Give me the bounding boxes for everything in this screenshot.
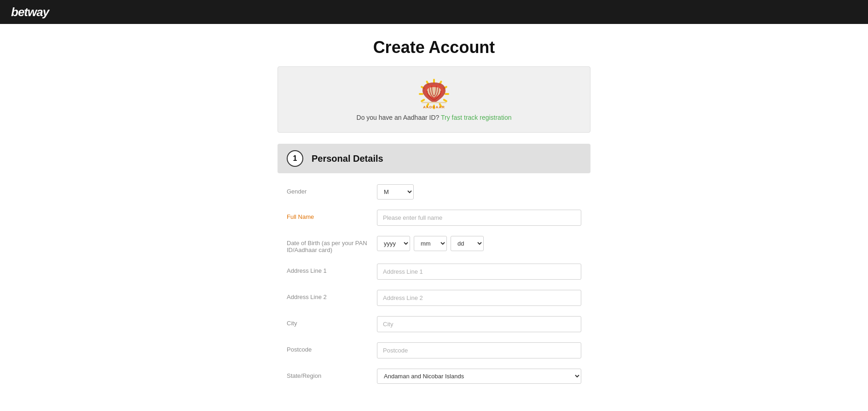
logo: betway bbox=[11, 5, 49, 19]
svg-rect-7 bbox=[443, 99, 448, 102]
svg-rect-6 bbox=[419, 93, 423, 95]
address2-row: Address Line 2 bbox=[287, 290, 581, 306]
city-row: City bbox=[287, 316, 581, 332]
aadhaar-logo: AADHAAR bbox=[289, 78, 579, 110]
personal-details-form: Gender M F Other Full Name Date of Birth… bbox=[278, 184, 590, 384]
section-number: 1 bbox=[287, 150, 303, 167]
content-wrapper: AADHAAR Do you have an Aadhaar ID? Try f… bbox=[278, 66, 590, 384]
address1-label: Address Line 1 bbox=[287, 264, 370, 274]
svg-text:AADHAAR: AADHAAR bbox=[423, 105, 445, 109]
full-name-input[interactable] bbox=[377, 210, 581, 226]
postcode-control bbox=[377, 342, 581, 358]
address1-input[interactable] bbox=[377, 264, 581, 280]
gender-row: Gender M F Other bbox=[287, 184, 581, 200]
page-title-container: Create Account bbox=[0, 24, 868, 66]
address1-control bbox=[377, 264, 581, 280]
address1-row: Address Line 1 bbox=[287, 264, 581, 280]
gender-select[interactable]: M F Other bbox=[377, 184, 414, 200]
dob-group: yyyy mm dd bbox=[377, 236, 581, 251]
section-title: Personal Details bbox=[312, 153, 383, 164]
address2-label: Address Line 2 bbox=[287, 290, 370, 300]
dob-dd-select[interactable]: dd bbox=[451, 236, 484, 251]
svg-rect-5 bbox=[445, 93, 449, 95]
city-input[interactable] bbox=[377, 316, 581, 332]
gender-control: M F Other bbox=[377, 184, 581, 200]
postcode-label: Postcode bbox=[287, 342, 370, 353]
full-name-label: Full Name bbox=[287, 210, 370, 220]
address2-control bbox=[377, 290, 581, 306]
city-control bbox=[377, 316, 581, 332]
postcode-input[interactable] bbox=[377, 342, 581, 358]
state-control: Andaman and Nicobar Islands Andhra Prade… bbox=[377, 369, 581, 384]
full-name-control bbox=[377, 210, 581, 226]
postcode-row: Postcode bbox=[287, 342, 581, 358]
header: betway bbox=[0, 0, 868, 24]
svg-rect-12 bbox=[422, 102, 446, 103]
state-label: State/Region bbox=[287, 369, 370, 379]
svg-rect-8 bbox=[420, 99, 425, 102]
gender-label: Gender bbox=[287, 184, 370, 195]
page-title: Create Account bbox=[0, 38, 868, 57]
state-select[interactable]: Andaman and Nicobar Islands Andhra Prade… bbox=[377, 369, 581, 384]
aadhaar-question: Do you have an Aadhaar ID? Try fast trac… bbox=[289, 114, 579, 121]
state-row: State/Region Andaman and Nicobar Islands… bbox=[287, 369, 581, 384]
full-name-row: Full Name bbox=[287, 210, 581, 226]
aadhaar-banner: AADHAAR Do you have an Aadhaar ID? Try f… bbox=[278, 66, 590, 133]
dob-yyyy-select[interactable]: yyyy bbox=[377, 236, 410, 251]
address2-input[interactable] bbox=[377, 290, 581, 306]
city-label: City bbox=[287, 316, 370, 327]
aadhaar-fast-track-link[interactable]: Try fast track registration bbox=[441, 114, 512, 121]
personal-details-section-header: 1 Personal Details bbox=[278, 144, 590, 173]
dob-mm-select[interactable]: mm bbox=[414, 236, 447, 251]
dob-control: yyyy mm dd bbox=[377, 236, 581, 251]
dob-row: Date of Birth (as per your PAN ID/Aadhaa… bbox=[287, 236, 581, 253]
dob-label: Date of Birth (as per your PAN ID/Aadhaa… bbox=[287, 236, 370, 253]
